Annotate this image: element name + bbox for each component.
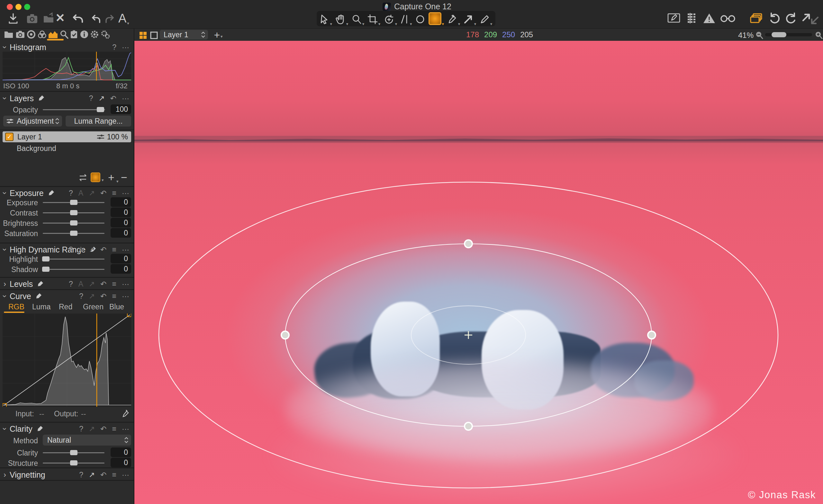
help-icon[interactable]: ?	[89, 94, 93, 103]
annotations-button[interactable]	[667, 12, 681, 24]
tab-metadata[interactable]	[79, 30, 90, 39]
curve-picker-icon[interactable]	[122, 410, 130, 419]
hdr-panel-header[interactable]: › High Dynamic Range ? A ↗ ↶ ≡ ···	[0, 244, 134, 255]
slider-thumb[interactable]	[70, 200, 77, 205]
tab-output[interactable]	[89, 30, 100, 39]
help-icon[interactable]: ?	[79, 471, 83, 479]
presets-icon[interactable]: ≡	[112, 245, 116, 254]
draw-mask-tool[interactable]: ▾	[479, 12, 493, 25]
help-icon[interactable]: ?	[112, 43, 116, 52]
layers-panel-header[interactable]: › Layers ? ↗ ↶ ···	[0, 93, 134, 103]
rotate-tool[interactable]: ▾	[383, 12, 397, 25]
curve-tab-red[interactable]: Red	[59, 303, 72, 311]
tab-library[interactable]	[3, 30, 14, 39]
reset-icon[interactable]: ↶	[100, 292, 107, 301]
slider-thumb[interactable]	[70, 460, 77, 466]
help-icon[interactable]: ?	[69, 245, 73, 254]
zoom-in-button[interactable]	[813, 30, 823, 40]
slider-thumb[interactable]	[70, 231, 77, 236]
slider-value[interactable]: 0	[111, 197, 131, 207]
reset-icon[interactable]: ↶	[100, 189, 107, 198]
curve-tab-rgb[interactable]: RGB	[8, 303, 24, 311]
slider-value[interactable]: 0	[111, 264, 131, 274]
presets-icon[interactable]: ≡	[112, 292, 116, 301]
collapse-icon[interactable]: ›	[0, 188, 9, 198]
brush-icon[interactable]	[47, 190, 55, 197]
slider-track[interactable]	[43, 233, 105, 234]
remove-layer-button[interactable]: −	[121, 172, 127, 183]
clarity-panel-header[interactable]: › Clarity ? ↗ ↶ ≡ ···	[0, 424, 134, 434]
mask-handle-top[interactable]	[465, 240, 472, 248]
auto-adjust-icon[interactable]: A	[78, 245, 83, 254]
rotate-right-button[interactable]	[784, 12, 797, 26]
add-layer-button[interactable]: +	[108, 172, 115, 183]
tab-lens[interactable]	[26, 30, 37, 39]
help-icon[interactable]: ?	[69, 280, 73, 288]
slider-track[interactable]	[43, 259, 105, 260]
copy-apply-adjustments-buttons[interactable]	[801, 12, 820, 26]
help-icon[interactable]: ?	[79, 425, 83, 433]
slider-value[interactable]: 0	[111, 254, 131, 263]
more-icon[interactable]: ···	[122, 471, 129, 479]
more-icon[interactable]: ···	[122, 94, 129, 103]
multi-view-button[interactable]	[138, 30, 149, 40]
collapse-icon[interactable]: ›	[0, 291, 9, 301]
collapse-icon[interactable]: ›	[0, 279, 10, 288]
collapse-icon[interactable]: ›	[0, 424, 9, 434]
minimize-window-button[interactable]	[15, 4, 21, 10]
adjustments-clipboard-tool[interactable]: ▾	[463, 12, 476, 25]
mask-handle-bottom[interactable]	[465, 423, 472, 430]
viewer-layer-select[interactable]: Layer 1	[160, 30, 208, 39]
copy-adjustments-icon[interactable]: ↗	[99, 94, 105, 103]
slider-track[interactable]	[43, 269, 105, 270]
slider-track[interactable]	[43, 463, 105, 464]
layer-row-background[interactable]: Background	[3, 144, 131, 153]
more-icon[interactable]: ···	[122, 280, 129, 288]
auto-adjust-icon[interactable]: A	[78, 189, 83, 198]
pick-color-tool[interactable]: ▾	[447, 12, 460, 25]
reset-icon[interactable]: ↶	[110, 94, 116, 103]
tab-details[interactable]	[58, 30, 69, 39]
proof-profile-button[interactable]	[719, 12, 736, 24]
slider-thumb[interactable]	[70, 450, 77, 455]
straighten-tool[interactable]: ▾	[400, 12, 412, 25]
slider-track[interactable]	[43, 202, 105, 203]
zoom-slider[interactable]	[765, 33, 812, 36]
slider-thumb[interactable]	[42, 256, 49, 261]
browser-toggle-button[interactable]	[749, 12, 764, 25]
copy-adjustments-icon[interactable]: ↗	[89, 280, 95, 288]
slider-thumb[interactable]	[97, 107, 104, 112]
tab-capture[interactable]	[15, 30, 26, 39]
styles-button[interactable]: A▾	[118, 12, 129, 24]
collapse-icon[interactable]: ›	[0, 470, 10, 479]
presets-icon[interactable]: ≡	[112, 425, 116, 433]
brush-icon[interactable]	[35, 293, 42, 300]
layer-row-selected[interactable]: ✓ Layer 1 100 %	[3, 132, 131, 142]
presets-icon[interactable]: ≡	[112, 189, 116, 198]
rotate-left-button[interactable]	[768, 12, 781, 26]
undo-button[interactable]	[91, 12, 102, 25]
spot-removal-tool[interactable]	[415, 12, 425, 25]
mask-type-select[interactable]: Adjustment	[3, 115, 62, 127]
luma-range-button[interactable]: Luma Range...	[65, 115, 131, 127]
help-icon[interactable]: ?	[79, 292, 83, 301]
copy-variant-button[interactable]	[42, 12, 55, 25]
reset-icon[interactable]: ↶	[100, 425, 107, 433]
slider-value[interactable]: 0	[111, 228, 131, 238]
curve-tab-blue[interactable]: Blue	[109, 303, 124, 311]
collapse-icon[interactable]: ›	[0, 42, 9, 52]
close-window-button[interactable]	[7, 4, 13, 10]
more-icon[interactable]: ···	[122, 43, 129, 52]
brush-icon[interactable]	[37, 280, 44, 287]
select-tool[interactable]: ▾	[320, 12, 332, 25]
slider-thumb[interactable]	[42, 267, 49, 272]
curve-panel-header[interactable]: › Curve ? ↗ ↶ ≡ ···	[0, 291, 134, 301]
more-icon[interactable]: ···	[122, 245, 129, 254]
loupe-tool[interactable]: ▾	[351, 12, 364, 25]
redo-button[interactable]	[104, 12, 115, 25]
more-icon[interactable]: ···	[122, 189, 129, 198]
reset-adjustments-button[interactable]	[71, 12, 85, 26]
pan-tool[interactable]: ▾	[335, 12, 348, 25]
slider-track[interactable]	[43, 212, 105, 213]
slider-value[interactable]: 0	[111, 218, 131, 227]
